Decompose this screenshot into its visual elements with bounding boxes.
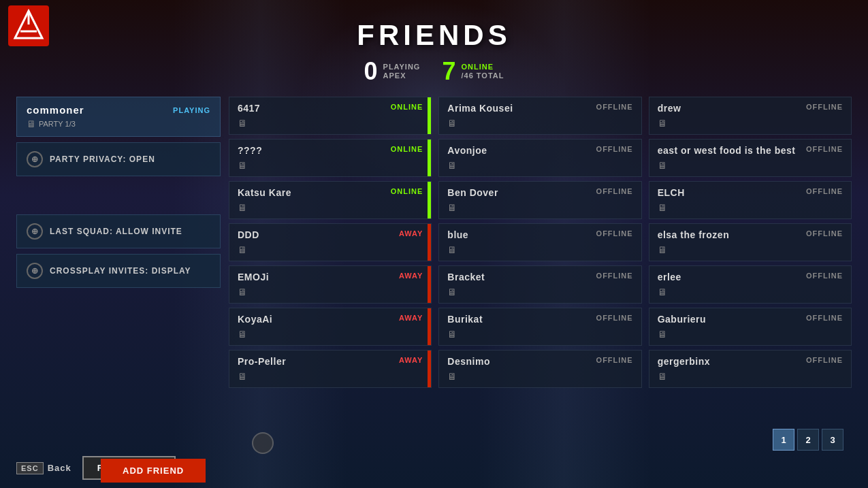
controller-icon: 🖥 <box>447 244 468 255</box>
friends-column-2: Arima Kousei🖥OFFLINEAvonjoe🖥OFFLINEBen D… <box>438 97 641 488</box>
page-title: FRIENDS <box>357 19 511 52</box>
controller-icon: 🖥 <box>447 202 498 213</box>
friends-area: 6417🖥ONLINE????🖥ONLINEKatsu Kare🖥ONLINED… <box>229 97 852 488</box>
controller-icon: 🖥 <box>658 202 685 213</box>
friend-status: OFFLINE <box>596 356 633 364</box>
playing-stat: 0 PLAYING APEX <box>364 57 421 86</box>
list-item[interactable]: ????🖥ONLINE <box>229 139 432 177</box>
friend-name: Katsu Kare <box>238 187 291 198</box>
controller-icon: 🖥 <box>658 244 730 255</box>
friend-status: ONLINE <box>391 145 423 153</box>
list-item[interactable]: Pro-Peller🖥AWAY <box>229 350 432 388</box>
left-panel: commoner PLAYING 🖥 PARTY 1/3 ⊕ PARTY PRI… <box>16 97 221 488</box>
player-status: PLAYING <box>173 106 210 114</box>
status-bar <box>638 97 641 134</box>
friend-name: Desnimo <box>447 356 490 367</box>
friends-column-1: 6417🖥ONLINE????🖥ONLINEKatsu Kare🖥ONLINED… <box>229 97 432 488</box>
list-item[interactable]: Avonjoe🖥OFFLINE <box>438 139 641 177</box>
list-item[interactable]: blue🖥OFFLINE <box>438 223 641 261</box>
friend-status: OFFLINE <box>806 103 843 111</box>
controller-icon: 🖥 <box>238 329 272 340</box>
status-bar <box>428 140 431 176</box>
list-item[interactable]: Bracket🖥OFFLINE <box>438 265 641 304</box>
friend-name: Burikat <box>447 314 483 325</box>
last-squad-btn[interactable]: ⊕ LAST SQUAD: ALLOW INVITE <box>16 214 221 248</box>
controller-icon: 🖥 <box>658 371 710 382</box>
status-bar <box>428 182 431 218</box>
controller-icon: 🖥 <box>447 371 490 382</box>
page-button-1[interactable]: 1 <box>773 429 794 451</box>
list-item[interactable]: Arima Kousei🖥OFFLINE <box>438 97 641 135</box>
page-button-3[interactable]: 3 <box>822 429 843 451</box>
crossplay-btn[interactable]: ⊕ CROSSPLAY INVITES: DISPLAY <box>16 254 221 288</box>
friend-name: ELCH <box>658 187 685 198</box>
list-item[interactable]: gergerbinx🖥OFFLINE <box>649 350 852 388</box>
controller-icon: 🖥 <box>238 287 269 297</box>
controller-icon: 🖥 <box>238 244 259 255</box>
list-item[interactable]: KoyaAi🖥AWAY <box>229 308 432 346</box>
friend-name: elsa the frozen <box>658 229 730 240</box>
controller-icon: 🖥 <box>238 371 286 382</box>
friend-status: OFFLINE <box>806 272 843 280</box>
friend-status: OFFLINE <box>596 272 633 280</box>
list-item[interactable]: EMOJi🖥AWAY <box>229 265 432 304</box>
party-privacy-icon: ⊕ <box>27 151 43 167</box>
status-bar <box>638 182 641 218</box>
friend-name: blue <box>447 229 468 240</box>
list-item[interactable]: drew🖥OFFLINE <box>649 97 852 135</box>
friend-status: OFFLINE <box>806 229 843 238</box>
list-item[interactable]: Burikat🖥OFFLINE <box>438 308 641 346</box>
list-item[interactable]: Gaburieru🖥OFFLINE <box>649 308 852 346</box>
party-privacy-label: PARTY PRIVACY: OPEN <box>50 154 155 164</box>
main-layout: commoner PLAYING 🖥 PARTY 1/3 ⊕ PARTY PRI… <box>0 97 868 488</box>
controller-icon: 🖥 <box>658 118 681 129</box>
list-item[interactable]: east or west food is the best🖥OFFLINE <box>649 139 852 177</box>
party-label: PARTY 1/3 <box>39 120 76 128</box>
list-item[interactable]: elsa the frozen🖥OFFLINE <box>649 223 852 261</box>
friend-status: OFFLINE <box>806 187 843 195</box>
friend-name: Gaburieru <box>658 314 706 325</box>
playing-label2: APEX <box>383 71 421 80</box>
status-bar <box>638 351 641 387</box>
list-item[interactable]: erlee🖥OFFLINE <box>649 265 852 304</box>
status-bar <box>848 97 851 134</box>
list-item[interactable]: ELCH🖥OFFLINE <box>649 181 852 219</box>
list-item[interactable]: Katsu Kare🖥ONLINE <box>229 181 432 219</box>
friend-status: AWAY <box>399 272 423 280</box>
playing-label1: PLAYING <box>383 63 421 71</box>
friend-status: OFFLINE <box>596 103 633 111</box>
controller-icon: 🖥 <box>658 287 681 297</box>
friend-name: Avonjoe <box>447 145 487 156</box>
page-button-2[interactable]: 2 <box>797 429 819 451</box>
friend-status: AWAY <box>399 229 423 238</box>
friend-name: ???? <box>238 145 262 156</box>
status-bar <box>848 308 851 345</box>
friend-status: OFFLINE <box>596 187 633 195</box>
last-squad-label: LAST SQUAD: ALLOW INVITE <box>50 227 182 236</box>
party-privacy-btn[interactable]: ⊕ PARTY PRIVACY: OPEN <box>16 142 221 176</box>
friend-status: AWAY <box>399 314 423 322</box>
list-item[interactable]: Ben Dover🖥OFFLINE <box>438 181 641 219</box>
controller-icon: 🖥 <box>658 160 796 171</box>
list-item[interactable]: DDD🖥AWAY <box>229 223 432 261</box>
online-label: ONLINE <box>461 63 504 71</box>
pagination: 123 <box>773 429 843 451</box>
list-item[interactable]: Desnimo🖥OFFLINE <box>438 350 641 388</box>
friend-name: EMOJi <box>238 272 269 282</box>
controller-icon: 🖥 <box>658 329 706 340</box>
controller-icon: 🖥 <box>447 287 485 297</box>
friend-name: Ben Dover <box>447 187 498 198</box>
status-bar <box>428 351 431 387</box>
friend-status: AWAY <box>399 356 423 364</box>
friend-status: OFFLINE <box>806 356 843 364</box>
status-bar <box>428 97 431 134</box>
player-card[interactable]: commoner PLAYING 🖥 PARTY 1/3 <box>16 97 221 137</box>
friend-name: 6417 <box>238 103 260 114</box>
friend-name: Arima Kousei <box>447 103 513 114</box>
friend-status: ONLINE <box>391 187 423 195</box>
stats-bar: 0 PLAYING APEX 7 ONLINE /46 total <box>364 57 504 86</box>
friend-status: OFFLINE <box>806 314 843 322</box>
total-label: /46 total <box>461 71 504 80</box>
friend-name: gergerbinx <box>658 356 710 367</box>
list-item[interactable]: 6417🖥ONLINE <box>229 97 432 135</box>
